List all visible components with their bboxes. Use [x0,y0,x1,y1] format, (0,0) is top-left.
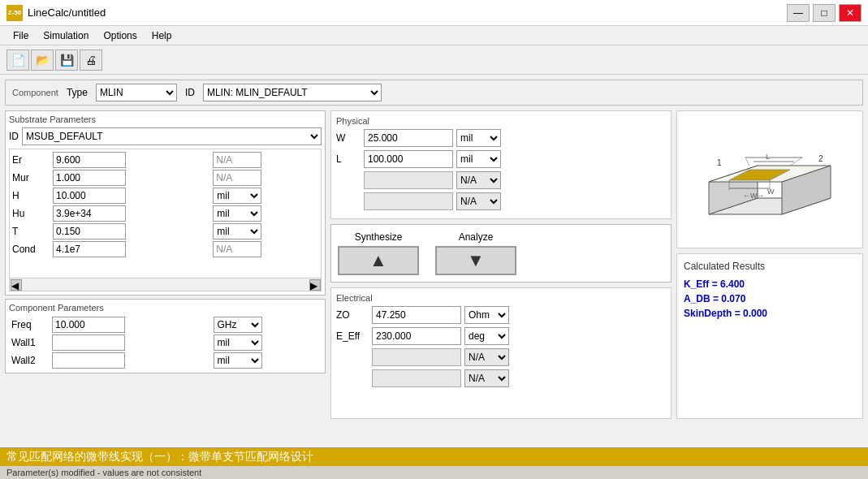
comp-params-table: Freq GHz Wall1 mil Wall2 mil [9,316,322,369]
comp-params-title: Component Parameters [9,303,322,313]
param-unit-cond [213,241,261,257]
app-icon: Z-50 [6,5,23,21]
param-input-cond[interactable] [53,241,126,257]
elec-disabled-2 [372,369,461,387]
substrate-id-select[interactable]: MSUB_DEFAULT [22,127,322,145]
menu-simulation[interactable]: Simulation [37,28,95,43]
elec-row-zo: ZO Ohm [336,306,666,324]
analyze-button[interactable]: ▼ [435,246,516,275]
substrate-params-scroll[interactable]: Er Mur H [9,149,322,278]
param-unit-freq[interactable]: GHz [214,317,262,333]
status-bar: 常见匹配网络的微带线实现（一）：微带单支节匹配网络设计 Parameter(s)… [0,447,868,479]
table-row: Wall2 mil [9,352,322,369]
menu-help[interactable]: Help [145,28,179,43]
param-name-wall1: Wall1 [9,334,50,352]
electrical-title: Electrical [336,293,666,303]
scroll-right-btn[interactable]: ▶ [309,279,321,291]
result-adb: A_DB = 0.070 [684,293,856,304]
param-input-t[interactable] [53,223,126,240]
phys-input-w[interactable] [364,129,453,147]
table-row: Freq GHz [9,316,322,334]
param-name-er: Er [10,151,50,169]
save-button[interactable]: 💾 [55,50,78,71]
type-label: Type [67,87,88,98]
substrate-scrollbar-h[interactable]: ◀ ▶ [9,278,322,291]
new-button[interactable]: 📄 [6,50,29,71]
physical-row-disabled2: N/A [336,192,666,210]
elec-unit-zo[interactable]: Ohm [464,306,509,324]
main-content: Component Type MLIN ID MLIN: MLIN_DEFAUL… [0,75,868,424]
maximize-button[interactable]: □ [813,4,836,22]
table-row: Mur [10,169,321,187]
param-name-wall2: Wall2 [9,352,50,369]
type-select[interactable]: MLIN [96,84,177,101]
phys-input-l[interactable] [364,150,453,168]
elec-label-zo: ZO [336,309,369,321]
elec-row-disabled1: N/A [336,348,666,366]
id-select[interactable]: MLIN: MLIN_DEFAULT [203,84,382,101]
print-button[interactable]: 🖨 [80,50,102,71]
param-unit-t[interactable]: mil [213,223,261,240]
phys-unit-l[interactable]: mil [456,150,501,168]
param-input-wall2[interactable] [52,352,125,369]
param-unit-wall1[interactable]: mil [214,334,262,351]
svg-line-14 [745,158,749,166]
middle-panel: Physical W mil L mil N/A [330,110,672,419]
result-keff: K_Eff = 6.400 [684,278,856,290]
window-controls: — □ ✕ [787,4,862,22]
substrate-id-row: ID MSUB_DEFAULT [9,127,322,145]
synthesize-button[interactable]: ▲ [338,246,419,275]
param-unit-h[interactable]: mil [213,188,261,204]
svg-text:W: W [767,188,775,196]
phys-label-w: W [336,132,361,144]
menu-file[interactable]: File [6,28,35,43]
minimize-button[interactable]: — [787,4,810,22]
phys-disabled-1 [364,171,453,189]
result-skindepth: SkinDepth = 0.000 [684,308,856,319]
elec-unit-eeff[interactable]: deg [464,327,509,345]
param-name-freq: Freq [9,316,50,334]
synth-analyze-section: Synthesize ▲ Analyze ▼ [330,224,672,283]
component-section: Component Type MLIN ID MLIN: MLIN_DEFAUL… [5,80,863,106]
param-input-h[interactable] [53,188,126,204]
physical-title: Physical [336,116,666,126]
toolbar: 📄 📂 💾 🖨 [0,45,868,75]
table-row: H mil [10,187,321,205]
elec-label-eeff: E_Eff [336,330,369,342]
param-unit-hu[interactable]: mil [213,205,261,222]
param-input-er[interactable] [53,152,126,168]
table-row: Cond [10,240,321,258]
status-chinese: 常见匹配网络的微带线实现（一）：微带单支节匹配网络设计 [0,448,868,466]
param-input-freq[interactable] [52,317,125,333]
table-row: Er [10,151,321,169]
param-input-mur[interactable] [53,170,126,186]
elec-unit-d2[interactable]: N/A [464,369,509,387]
synthesize-label: Synthesize [355,231,403,243]
elec-row-eeff: E_Eff deg [336,327,666,345]
elec-unit-d1[interactable]: N/A [464,348,509,366]
param-input-wall1[interactable] [52,334,125,351]
svg-text:2: 2 [818,154,823,163]
elec-row-disabled2: N/A [336,369,666,387]
svg-text:1: 1 [717,158,722,167]
phys-unit-disabled2[interactable]: N/A [456,192,501,210]
scroll-left-btn[interactable]: ◀ [11,279,22,291]
analyze-group: Analyze ▼ [435,231,516,275]
elec-input-zo[interactable] [372,306,461,324]
menu-options[interactable]: Options [97,28,143,43]
close-button[interactable]: ✕ [839,4,862,22]
status-english: Parameter(s) modified - values are not c… [0,466,868,479]
physical-row-w: W mil [336,129,666,147]
param-unit-wall2[interactable]: mil [214,352,262,369]
component-label: Component [12,88,58,97]
phys-unit-w[interactable]: mil [456,129,501,147]
param-input-hu[interactable] [53,205,126,222]
phys-unit-disabled1[interactable]: N/A [456,171,501,189]
id-label: ID [185,87,195,98]
analyze-label: Analyze [459,231,494,243]
physical-row-disabled1: N/A [336,171,666,189]
synthesize-group: Synthesize ▲ [338,231,419,275]
elec-input-eeff[interactable] [372,327,461,345]
open-button[interactable]: 📂 [31,50,54,71]
param-name-hu: Hu [10,205,50,222]
